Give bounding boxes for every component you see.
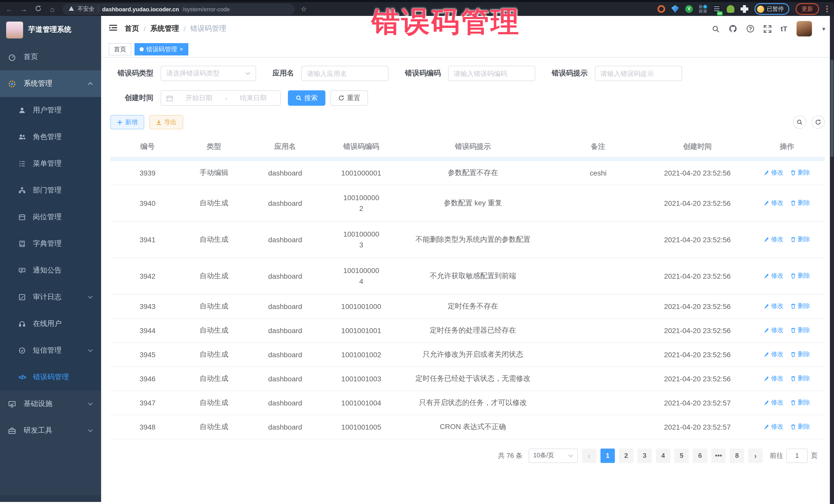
hamburger-icon[interactable]: [109, 24, 117, 34]
sidebar-item-dev-tools[interactable]: 研发工具: [0, 417, 101, 444]
tag-home[interactable]: 首页: [109, 43, 131, 56]
edit-icon: [764, 200, 770, 206]
export-button[interactable]: 导出: [149, 115, 183, 129]
date-range-picker[interactable]: 开始日期 - 结束日期: [161, 90, 281, 106]
edit-link[interactable]: 修改: [764, 350, 784, 359]
delete-link[interactable]: 删除: [791, 374, 810, 383]
edit-link[interactable]: 修改: [764, 199, 784, 207]
address-bar[interactable]: 不安全 dashboard.yudao.iocoder.cn/system/er…: [63, 3, 294, 15]
forward-icon[interactable]: →: [20, 5, 28, 13]
page-button-1[interactable]: 1: [600, 448, 615, 463]
extension-icon-3[interactable]: V: [685, 5, 693, 13]
app-name-input[interactable]: [301, 66, 389, 81]
tag-error-code[interactable]: 错误码管理 ×: [134, 43, 188, 56]
browser-menu-icon[interactable]: [825, 6, 829, 12]
sidebar-logo[interactable]: 芋道管理系统: [0, 16, 101, 44]
trash-icon: [791, 303, 796, 309]
sidebar-item-home[interactable]: 首页: [0, 44, 101, 70]
page-button-6[interactable]: 6: [693, 448, 707, 463]
main-content: 错误码类型 请选择错误码类型 应用名 错误码编码: [101, 58, 834, 502]
reset-button[interactable]: 重置: [331, 90, 368, 106]
bookmark-star-icon[interactable]: ☆: [301, 5, 307, 13]
sidebar-item-online-users[interactable]: 在线用户: [0, 310, 101, 337]
header-search-icon[interactable]: [712, 25, 720, 32]
sidebar-item-departments[interactable]: 部门管理: [0, 177, 101, 204]
add-button-label: 新增: [125, 118, 137, 127]
edit-link[interactable]: 修改: [764, 398, 784, 407]
edit-link[interactable]: 修改: [764, 422, 784, 431]
add-button[interactable]: 新增: [110, 115, 144, 129]
page-size-select[interactable]: 10条/页: [529, 448, 578, 463]
search-button[interactable]: 搜索: [288, 90, 325, 106]
edit-link[interactable]: 修改: [764, 168, 784, 177]
refresh-table-button[interactable]: [811, 115, 825, 129]
filter-row-2: 创建时间 开始日期 - 结束日期 搜索 重置: [110, 90, 825, 106]
reload-icon[interactable]: [34, 5, 42, 13]
page-button-3[interactable]: 3: [637, 448, 652, 463]
goto-page-input[interactable]: [786, 448, 808, 463]
extension-icon-4[interactable]: [699, 5, 707, 13]
error-msg-input[interactable]: [595, 66, 682, 81]
delete-link[interactable]: 删除: [791, 168, 810, 177]
sidebar-item-infrastructure[interactable]: 基础设施: [0, 391, 101, 417]
delete-link[interactable]: 删除: [791, 235, 810, 244]
sidebar-item-error-code[interactable]: </> 错误码管理: [0, 364, 101, 391]
avatar-caret-icon[interactable]: ▼: [821, 26, 826, 31]
home-icon[interactable]: ⌂: [48, 5, 57, 13]
sidebar-item-posts[interactable]: 岗位管理: [0, 204, 101, 231]
sidebar-item-audit-log[interactable]: 审计日志: [0, 284, 101, 310]
prev-page-button[interactable]: ‹: [582, 448, 596, 463]
delete-link[interactable]: 删除: [791, 199, 810, 207]
delete-link[interactable]: 删除: [791, 350, 810, 359]
delete-link[interactable]: 删除: [791, 422, 810, 431]
page-button-8[interactable]: 8: [730, 448, 744, 463]
page-ellipsis[interactable]: •••: [711, 448, 726, 463]
extension-icon-1[interactable]: [657, 5, 665, 13]
breadcrumb-system[interactable]: 系统管理: [150, 24, 179, 34]
page-scrollbar[interactable]: [830, 16, 834, 504]
url-host: dashboard.yudao.iocoder.cn: [102, 6, 179, 12]
extension-icon-2[interactable]: [671, 5, 679, 13]
edit-link[interactable]: 修改: [764, 326, 784, 335]
page-button-4[interactable]: 4: [656, 448, 670, 463]
breadcrumb-home[interactable]: 首页: [125, 24, 139, 34]
browser-profile-chip[interactable]: 已暂停: [754, 3, 789, 15]
sidebar-item-users[interactable]: 用户管理: [0, 97, 101, 124]
edit-link[interactable]: 修改: [764, 374, 784, 383]
delete-link[interactable]: 删除: [791, 302, 810, 310]
user-avatar[interactable]: [796, 21, 812, 37]
row-remark: [551, 258, 646, 294]
edit-link-label: 修改: [771, 271, 784, 280]
sidebar-item-menus[interactable]: 菜单管理: [0, 150, 101, 177]
download-icon: [156, 119, 162, 125]
edit-link[interactable]: 修改: [764, 235, 784, 244]
scrollbar-thumb[interactable]: [830, 60, 833, 157]
fullscreen-icon[interactable]: [764, 25, 771, 32]
font-size-icon[interactable]: tT: [781, 25, 787, 33]
sidebar-item-notices[interactable]: 通知公告: [0, 257, 101, 284]
back-icon[interactable]: ←: [5, 5, 13, 13]
sidebar-item-system[interactable]: 系统管理: [0, 70, 101, 97]
page-button-2[interactable]: 2: [619, 448, 633, 463]
tag-close-icon[interactable]: ×: [180, 46, 183, 52]
chrome-update-button[interactable]: 更新: [795, 3, 819, 15]
sidebar-item-roles[interactable]: 角色管理: [0, 124, 101, 150]
edit-link[interactable]: 修改: [764, 271, 784, 280]
github-icon[interactable]: [729, 25, 737, 33]
sidebar-item-dictionary[interactable]: 字典管理: [0, 231, 101, 257]
help-icon[interactable]: [746, 25, 754, 33]
sidebar-item-sms[interactable]: 短信管理: [0, 337, 101, 364]
edit-link[interactable]: 修改: [764, 302, 784, 310]
error-code-input[interactable]: [448, 66, 535, 81]
code-icon: </>: [19, 374, 26, 381]
error-type-select[interactable]: 请选择错误码类型: [161, 66, 256, 81]
page-button-5[interactable]: 5: [674, 448, 689, 463]
extension-icon-6[interactable]: [727, 5, 734, 13]
next-page-button[interactable]: ›: [748, 448, 763, 463]
delete-link[interactable]: 删除: [791, 271, 810, 280]
delete-link[interactable]: 删除: [791, 398, 810, 407]
toggle-search-button[interactable]: [793, 115, 806, 129]
extension-icon-5[interactable]: on: [713, 5, 721, 13]
extensions-puzzle-icon[interactable]: [741, 5, 748, 13]
delete-link[interactable]: 删除: [791, 326, 810, 335]
